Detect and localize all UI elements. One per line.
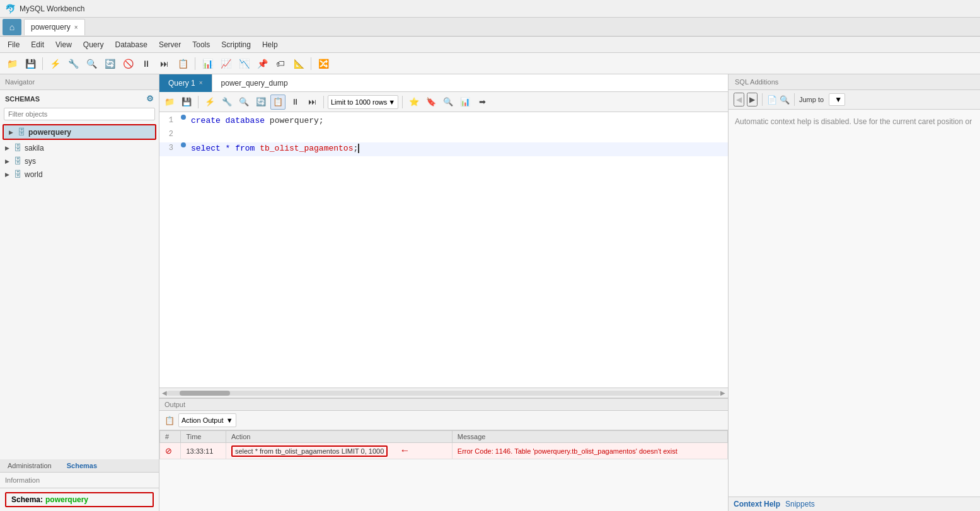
scrollbar-thumb[interactable] xyxy=(180,391,230,396)
output-label: Output xyxy=(164,401,185,408)
menu-edit[interactable]: Edit xyxy=(26,39,49,50)
sql-editor[interactable]: 1 create database powerquery; 2 xyxy=(159,112,728,388)
toolbar-btn-open[interactable]: 📁 xyxy=(4,56,20,71)
output-cell-message: Error Code: 1146. Table 'powerquery.tb_o… xyxy=(452,443,727,459)
sql-btn-next-stmt[interactable]: ⏭ xyxy=(304,95,320,110)
jump-to-selector[interactable]: ▼ xyxy=(829,93,845,106)
sidebar-tab-schemas[interactable]: Schemas xyxy=(59,459,105,472)
scroll-right-arrow[interactable]: ▶ xyxy=(720,389,725,396)
home-tab[interactable]: ⌂ xyxy=(3,19,21,35)
limit-rows-label: Limit to 1000 rows xyxy=(331,98,387,106)
context-help-text: Automatic context help is disabled. Use … xyxy=(735,117,972,126)
menu-tools[interactable]: Tools xyxy=(187,39,215,50)
toolbar-btn-pause[interactable]: ⏸ xyxy=(138,56,154,71)
output-col-message: Message xyxy=(452,431,727,443)
sql-add-search-icon: 🔍 xyxy=(780,95,790,105)
output-type-icon: 📋 xyxy=(164,416,175,425)
sql-btn-open-file[interactable]: 📁 xyxy=(162,95,177,110)
line-dot-3 xyxy=(181,142,186,147)
menu-file[interactable]: File xyxy=(3,39,25,50)
toolbar-btn-configure[interactable]: 🔧 xyxy=(65,56,81,71)
menu-server[interactable]: Server xyxy=(154,39,186,50)
sidebar-tab-administration[interactable]: Administration xyxy=(0,459,59,472)
sql-btn-bookmark[interactable]: 🔖 xyxy=(424,95,439,110)
line-content-2[interactable] xyxy=(188,129,728,141)
toolbar-btn-search[interactable]: 🔍 xyxy=(83,56,100,71)
toolbar-btn-save[interactable]: 💾 xyxy=(22,56,38,71)
schema-expand-arrow-powerquery[interactable]: ▶ xyxy=(9,129,15,135)
toolbar-btn-stop[interactable]: 🚫 xyxy=(120,56,136,71)
tab-query1[interactable]: Query 1 × xyxy=(159,74,212,92)
schema-item-world[interactable]: ▶ 🗄 world xyxy=(0,168,159,181)
tab-power-query-dump[interactable]: power_query_dump xyxy=(212,74,297,92)
output-col-num: # xyxy=(160,431,181,443)
sql-btn-cancel[interactable]: ⏸ xyxy=(287,95,303,110)
sql-btn-explain-query[interactable]: 🔍 xyxy=(236,95,251,110)
sql-btn-execute-all[interactable]: ⚡ xyxy=(202,95,217,110)
sql-btn-toggle-context[interactable]: 📋 xyxy=(270,95,285,110)
schema-expand-arrow-sys[interactable]: ▶ xyxy=(5,158,11,164)
query-tab-close[interactable]: × xyxy=(74,24,78,31)
limit-rows-selector[interactable]: Limit to 1000 rows ▼ xyxy=(328,95,398,109)
titlebar: 🐬 MySQL Workbench xyxy=(0,0,980,18)
sql-btn-star[interactable]: ⭐ xyxy=(406,95,422,110)
schemas-action-icon[interactable]: ⚙ xyxy=(146,94,154,103)
horizontal-scrollbar[interactable]: ◀ ▶ xyxy=(159,388,728,398)
sql-table-name: tb_olist_pagamentos xyxy=(260,144,353,153)
line-content-1[interactable]: create database powerquery; xyxy=(188,115,728,127)
line-number-2: 2 xyxy=(159,129,178,139)
scrollbar-track[interactable] xyxy=(167,391,720,396)
sql-text-powerquery: powerquery; xyxy=(270,116,324,125)
sql-btn-stop-query[interactable]: 🔄 xyxy=(253,95,268,110)
toolbar-btn-migrate[interactable]: 🔀 xyxy=(315,56,331,71)
query-tab-powerquery[interactable]: powerquery × xyxy=(24,19,85,35)
toolbar-btn-reload[interactable]: 🔄 xyxy=(101,56,118,71)
toolbar-btn-execute[interactable]: ⚡ xyxy=(47,56,63,71)
sql-additions-content: Automatic context help is disabled. Use … xyxy=(729,110,980,497)
menu-scripting[interactable]: Scripting xyxy=(216,39,256,50)
schema-item-sakila[interactable]: ▶ 🗄 sakila xyxy=(0,141,159,154)
line-number-3: 3 xyxy=(159,142,178,152)
sidebar-bottom-tabs: Administration Schemas xyxy=(0,459,159,473)
schema-item-sys[interactable]: ▶ 🗄 sys xyxy=(0,154,159,168)
toolbar-btn-clipboard[interactable]: 📋 xyxy=(175,56,191,71)
sql-btn-next-error[interactable]: ➡ xyxy=(475,95,490,110)
tab-query1-close[interactable]: × xyxy=(199,79,203,86)
toolbar-btn-table[interactable]: 📈 xyxy=(217,56,234,71)
sidebar-info-section: Information xyxy=(0,473,159,488)
output-table-header-row: # Time Action Message xyxy=(160,431,728,443)
sql-additions-tab-context-help[interactable]: Context Help xyxy=(734,500,780,508)
schema-db-icon-world: 🗄 xyxy=(14,169,22,179)
toolbar-sep-1 xyxy=(42,57,43,70)
menu-help[interactable]: Help xyxy=(257,39,283,50)
menu-view[interactable]: View xyxy=(50,39,77,50)
toolbar-btn-next[interactable]: ⏭ xyxy=(156,56,173,71)
sql-keyword-select: select * from xyxy=(191,144,260,153)
schema-item-powerquery[interactable]: ▶ 🗄 powerquery xyxy=(4,125,155,139)
sql-add-nav-back[interactable]: ◀ xyxy=(734,93,744,106)
toolbar-btn-measure[interactable]: 📐 xyxy=(291,56,307,71)
sql-additions-tab-snippets[interactable]: Snippets xyxy=(785,500,815,508)
scroll-left-arrow[interactable]: ◀ xyxy=(162,389,167,396)
toolbar-btn-explain[interactable]: 📌 xyxy=(254,56,270,71)
menu-query[interactable]: Query xyxy=(78,39,109,50)
sql-btn-execute-current[interactable]: 🔧 xyxy=(219,95,234,110)
sql-cursor xyxy=(358,144,359,153)
sql-btn-format[interactable]: 📊 xyxy=(458,95,473,110)
sql-btn-save-script[interactable]: 💾 xyxy=(179,95,194,110)
action-output-selector[interactable]: Action Output ▼ xyxy=(178,413,236,427)
menu-database[interactable]: Database xyxy=(110,39,153,50)
line-content-3[interactable]: select * from tb_olist_pagamentos; xyxy=(188,142,728,154)
sql-btn-zoom[interactable]: 🔍 xyxy=(441,95,456,110)
toolbar-btn-query[interactable]: 📉 xyxy=(236,56,252,71)
schema-expand-arrow-world[interactable]: ▶ xyxy=(5,171,11,178)
toolbar-btn-tag[interactable]: 🏷 xyxy=(272,56,289,71)
output-cell-error-icon: ⊘ xyxy=(160,443,181,459)
filter-objects-input[interactable] xyxy=(4,108,155,120)
sql-add-nav-forward[interactable]: ▶ xyxy=(747,93,758,106)
schema-expand-arrow-sakila[interactable]: ▶ xyxy=(5,145,11,151)
sidebar: Navigator SCHEMAS ⚙ ▶ 🗄 powerquery ▶ 🗄 s… xyxy=(0,74,159,511)
tab-query1-label: Query 1 xyxy=(168,79,195,88)
line-dot-1 xyxy=(181,115,186,120)
toolbar-btn-schema[interactable]: 📊 xyxy=(199,56,216,71)
